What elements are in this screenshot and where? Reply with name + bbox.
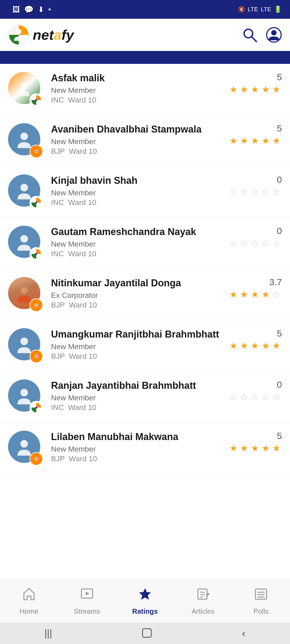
- svg-point-8: [35, 99, 37, 101]
- nav-label-home: Home: [20, 607, 38, 616]
- rating-section[interactable]: 0 ☆☆☆☆☆: [229, 174, 282, 196]
- avatar-container: [8, 431, 43, 466]
- search-button[interactable]: [242, 27, 258, 43]
- star-empty: ☆: [272, 238, 282, 247]
- member-meta: BJP Ward 10: [51, 301, 221, 309]
- star-empty: ☆: [229, 186, 239, 196]
- rating-section[interactable]: 5 ★★★★★: [229, 328, 282, 350]
- member-name: Kinjal bhavin Shah: [51, 174, 221, 187]
- member-role: New Member: [51, 240, 221, 248]
- star-empty: ☆: [272, 289, 282, 299]
- articles-icon: [196, 587, 210, 601]
- member-item[interactable]: Avaniben Dhavalbhai Stampwala New Member…: [0, 115, 290, 166]
- star-filled: ★: [229, 135, 239, 145]
- star-empty: ☆: [272, 186, 282, 196]
- polls-icon: [254, 587, 268, 601]
- member-meta: INC Ward 10: [51, 96, 221, 104]
- stars: ☆☆☆☆☆: [229, 391, 282, 401]
- svg-point-13: [20, 184, 28, 191]
- back-nav-button[interactable]: |||: [45, 628, 52, 639]
- star-filled: ★: [240, 84, 250, 94]
- star-filled: ★: [251, 135, 260, 145]
- star-empty: ☆: [240, 186, 250, 196]
- mute-icon: 🔇: [238, 6, 245, 13]
- avatar-container: [8, 72, 43, 107]
- rating-score: 0: [277, 174, 282, 185]
- nav-item-streams[interactable]: Streams: [58, 587, 116, 616]
- star-empty: ☆: [229, 391, 239, 401]
- member-item[interactable]: Ranjan Jayantibhai Brahmbhatt New Member…: [0, 371, 290, 423]
- member-role: New Member: [51, 342, 221, 351]
- svg-point-34: [35, 458, 37, 460]
- signal-lte1: LTE: [248, 6, 258, 13]
- app-bar: netafy: [0, 19, 290, 51]
- member-item[interactable]: Kinjal bhavin Shah New Member INC Ward 1…: [0, 166, 290, 218]
- avatar-container: [8, 174, 43, 209]
- star-filled: ★: [229, 84, 239, 94]
- rating-section[interactable]: 5 ★★★★★: [229, 431, 282, 452]
- rating-section[interactable]: 5 ★★★★★: [229, 123, 282, 145]
- member-meta: INC Ward 10: [51, 250, 221, 258]
- nav-label-articles: Articles: [191, 607, 214, 616]
- status-bar: 🖼 💬 ⬇ • 🔇 LTE LTE 🔋: [0, 0, 290, 19]
- svg-rect-46: [143, 629, 151, 637]
- rating-score: 0: [277, 379, 282, 390]
- member-item[interactable]: Gautam Rameshchandra Nayak New Member IN…: [0, 218, 290, 269]
- rating-score: 3.7: [269, 277, 282, 287]
- star-half: ★: [272, 340, 282, 350]
- battery-icon: 🔋: [274, 6, 282, 13]
- nav-item-ratings[interactable]: Ratings: [116, 587, 174, 616]
- member-info: Gautam Rameshchandra Nayak New Member IN…: [51, 226, 221, 258]
- svg-marker-37: [139, 588, 151, 599]
- star-filled: ★: [229, 443, 239, 452]
- star-filled: ★: [262, 84, 271, 94]
- app-bar-actions: [242, 27, 282, 43]
- member-name: Gautam Rameshchandra Nayak: [51, 226, 221, 238]
- nav-label-polls: Polls: [253, 607, 269, 616]
- svg-point-23: [35, 304, 37, 306]
- stars: ★★★★☆: [229, 289, 282, 299]
- nav-item-home[interactable]: Home: [0, 587, 58, 616]
- member-role: New Member: [51, 189, 221, 197]
- member-name: Ranjan Jayantibhai Brahmbhatt: [51, 379, 221, 392]
- party-badge-bjp: [30, 298, 43, 312]
- party-badge-inc: [30, 93, 43, 107]
- member-item[interactable]: Umangkumar Ranjitbhai Brahmbhatt New Mem…: [0, 320, 290, 371]
- home-nav-button[interactable]: [141, 627, 153, 640]
- star-empty: ☆: [262, 186, 271, 196]
- message-icon: 💬: [24, 5, 34, 14]
- rating-section[interactable]: 5 ★★★★★: [229, 72, 282, 94]
- star-empty: ☆: [251, 186, 260, 196]
- rating-section[interactable]: 0 ☆☆☆☆☆: [229, 226, 282, 247]
- party-badge: [30, 247, 43, 261]
- download-icon: ⬇: [38, 5, 44, 14]
- member-item[interactable]: Asfak malik New Member INC Ward 10 5 ★★★…: [0, 64, 290, 115]
- profile-button[interactable]: [266, 27, 282, 43]
- logo-icon: [8, 24, 30, 46]
- member-info: Asfak malik New Member INC Ward 10: [51, 72, 221, 104]
- member-role: New Member: [51, 137, 221, 146]
- member-info: Umangkumar Ranjitbhai Brahmbhatt New Mem…: [51, 328, 221, 361]
- nav-item-articles[interactable]: Articles: [174, 587, 232, 616]
- rating-score: 5: [277, 123, 282, 134]
- nav-item-polls[interactable]: Polls: [232, 587, 290, 616]
- rating-section[interactable]: 0 ☆☆☆☆☆: [229, 379, 282, 401]
- member-item[interactable]: Lilaben Manubhai Makwana New Member BJP …: [0, 423, 290, 474]
- svg-rect-42: [255, 589, 267, 599]
- star-filled: ★: [262, 443, 271, 452]
- nav-icon-ratings: [138, 587, 152, 605]
- member-name: Avaniben Dhavalbhai Stampwala: [51, 123, 221, 136]
- recents-nav-button[interactable]: ‹: [242, 627, 245, 639]
- member-meta: BJP Ward 10: [51, 147, 221, 156]
- rating-section[interactable]: 3.7 ★★★★☆: [229, 277, 282, 299]
- logo: netafy: [8, 24, 74, 46]
- star-empty: ☆: [272, 391, 282, 401]
- svg-point-20: [21, 287, 28, 294]
- member-meta: INC Ward 10: [51, 403, 221, 412]
- member-info: Ranjan Jayantibhai Brahmbhatt New Member…: [51, 379, 221, 412]
- star-filled: ★: [229, 340, 239, 350]
- ratings-icon: [138, 587, 152, 601]
- stars: ★★★★★: [229, 443, 282, 452]
- home-nav-icon: [141, 627, 153, 639]
- member-item[interactable]: Nitinkumar Jayantilal Donga Ex Corporato…: [0, 269, 290, 320]
